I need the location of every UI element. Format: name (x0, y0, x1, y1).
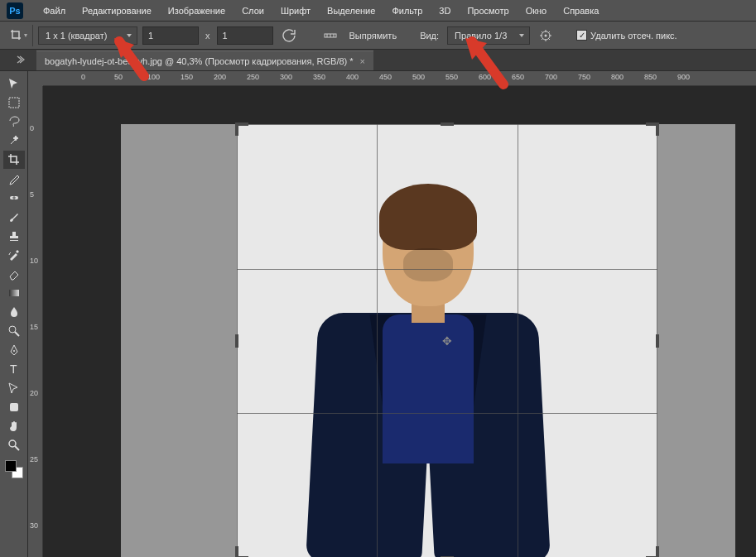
crop-tool[interactable] (3, 151, 25, 169)
svg-line-17 (15, 446, 19, 450)
menu-layers[interactable]: Слои (234, 2, 272, 19)
clear-icon[interactable] (278, 26, 300, 45)
ruler-tick: 0 (81, 73, 85, 81)
delete-cropped-checkbox[interactable]: ✓ Удалить отсеч. пикс. (576, 30, 677, 41)
main-area: T 0 50 100 150 200 250 300 350 400 450 5… (0, 71, 756, 557)
hand-tool[interactable] (3, 417, 25, 435)
history-brush-tool[interactable] (3, 246, 25, 264)
ruler-tick: 550 (445, 73, 458, 81)
close-tab-icon[interactable]: × (360, 56, 365, 66)
view-label: Вид: (417, 31, 442, 41)
x-separator: x (204, 31, 212, 41)
delete-cropped-label: Удалить отсеч. пикс. (590, 31, 677, 41)
ruler-tick: 15 (30, 323, 38, 331)
menu-view[interactable]: Просмотр (459, 2, 517, 19)
ruler-tick: 750 (578, 73, 590, 81)
svg-rect-15 (10, 403, 18, 411)
ruler-tick: 10 (30, 257, 38, 265)
move-tool[interactable] (3, 74, 25, 93)
eyedropper-tool[interactable] (3, 170, 25, 188)
blur-tool[interactable] (3, 303, 25, 321)
crop-handle-tl[interactable] (235, 122, 248, 136)
annotation-arrow-right (464, 38, 522, 96)
crop-handle-top[interactable] (441, 122, 454, 126)
menu-filter[interactable]: Фильтр (383, 2, 431, 19)
menu-select[interactable]: Выделение (319, 2, 383, 19)
ruler-tick: 5 (30, 190, 34, 199)
checkbox-icon: ✓ (576, 30, 587, 41)
menu-bar: Ps Файл Редактирование Изображение Слои … (0, 0, 756, 22)
text-tool[interactable]: T (3, 360, 25, 378)
menu-file[interactable]: Файл (35, 2, 74, 19)
straighten-label[interactable]: Выпрямить (346, 31, 401, 41)
path-tool[interactable] (3, 379, 25, 397)
crop-handle-bl[interactable] (235, 546, 248, 557)
ruler-tick: 20 (30, 389, 38, 397)
crop-handle-left[interactable] (235, 334, 238, 348)
ruler-tick: 800 (611, 73, 624, 81)
straighten-icon[interactable] (320, 26, 341, 45)
gradient-tool[interactable] (3, 284, 25, 302)
marquee-tool[interactable] (3, 94, 25, 112)
ruler-tick: 700 (545, 73, 557, 81)
annotation-arrow-left (114, 38, 164, 88)
crop-marquee[interactable]: ✥ (237, 124, 657, 557)
height-input[interactable]: 1 (217, 26, 273, 45)
crop-center-icon: ✥ (442, 334, 452, 348)
svg-rect-10 (9, 290, 19, 296)
ruler-tick: 900 (677, 73, 690, 81)
work-area[interactable]: ✥ (43, 86, 756, 557)
svg-text:T: T (10, 363, 17, 376)
menu-type[interactable]: Шрифт (272, 2, 319, 19)
app-logo[interactable]: Ps (7, 2, 23, 19)
lasso-tool[interactable] (3, 113, 25, 131)
ruler-tick: 0 (30, 124, 34, 132)
tab-title: bogatyh-lyudej-ot-bednyh.jpg @ 40,3% (Пр… (45, 56, 354, 66)
svg-point-11 (9, 326, 16, 333)
svg-point-13 (13, 350, 15, 352)
svg-point-5 (545, 34, 547, 36)
menu-3d[interactable]: 3D (431, 2, 459, 19)
crop-tool-indicator[interactable]: ▾ (5, 25, 33, 46)
crop-dim-right (657, 124, 735, 557)
options-bar: ▾ 1 x 1 (квадрат) 1 x 1 Выпрямить Вид: П… (0, 22, 756, 50)
crop-handle-tr[interactable] (646, 122, 659, 136)
shape-tool[interactable] (3, 398, 25, 416)
menu-image[interactable]: Изображение (160, 2, 234, 19)
vertical-ruler[interactable]: 0 5 10 15 20 25 30 (28, 86, 43, 557)
stamp-tool[interactable] (3, 227, 25, 245)
canvas-area: 0 50 100 150 200 250 300 350 400 450 500… (28, 71, 756, 557)
brush-tool[interactable] (3, 208, 25, 226)
document-tab-bar: bogatyh-lyudej-ot-bednyh.jpg @ 40,3% (Пр… (0, 50, 756, 71)
ruler-tick: 350 (313, 73, 325, 81)
dodge-tool[interactable] (3, 322, 25, 340)
ruler-tick: 300 (280, 73, 292, 81)
ruler-tick: 400 (346, 73, 359, 81)
svg-point-16 (9, 440, 16, 447)
svg-line-12 (15, 332, 19, 336)
heal-tool[interactable] (3, 189, 25, 207)
crop-handle-right[interactable] (656, 334, 659, 348)
eraser-tool[interactable] (3, 265, 25, 283)
pen-tool[interactable] (3, 341, 25, 359)
menu-edit[interactable]: Редактирование (74, 2, 160, 19)
crop-handle-br[interactable] (646, 546, 659, 557)
ruler-tick: 150 (181, 73, 193, 81)
panel-toggle-icon[interactable] (3, 49, 36, 70)
ruler-tick: 250 (247, 73, 259, 81)
menu-window[interactable]: Окно (518, 2, 556, 19)
overlay-settings-icon[interactable] (535, 26, 556, 45)
ruler-corner (28, 71, 43, 86)
ruler-tick: 450 (379, 73, 392, 81)
color-swatch[interactable] (5, 460, 23, 478)
crop-dim-left (121, 124, 237, 557)
zoom-tool[interactable] (3, 436, 25, 454)
fg-color[interactable] (5, 460, 17, 472)
svg-rect-6 (9, 98, 19, 108)
ruler-tick: 850 (644, 73, 657, 81)
ruler-tick: 30 (30, 521, 38, 530)
wand-tool[interactable] (3, 132, 25, 150)
menu-help[interactable]: Справка (555, 2, 607, 19)
document-tab[interactable]: bogatyh-lyudej-ot-bednyh.jpg @ 40,3% (Пр… (36, 50, 373, 70)
ruler-tick: 500 (412, 73, 425, 81)
